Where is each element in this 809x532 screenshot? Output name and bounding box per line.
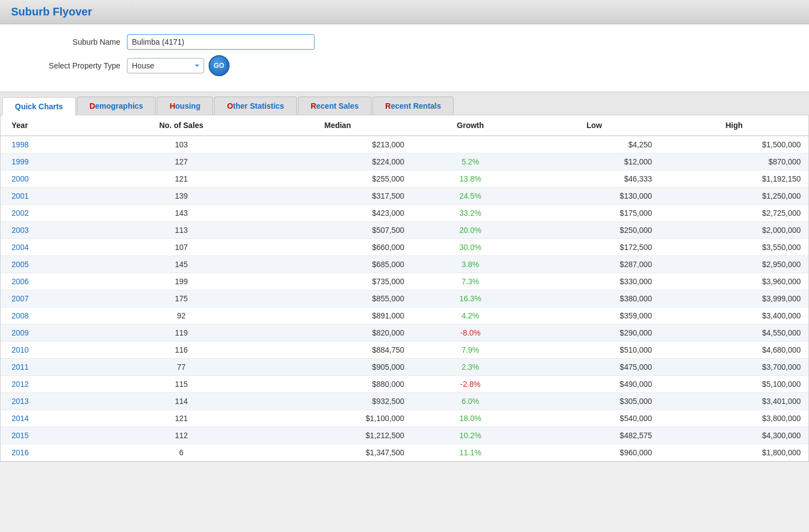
cell-year[interactable]: 2011 [1,359,99,376]
cell-growth: 5.2% [412,153,529,171]
cell-year[interactable]: 2014 [1,410,99,427]
cell-year[interactable]: 2013 [1,393,99,410]
table-row: 20166$1,347,50011.1%$960,000$1,800,000 [1,444,808,461]
tabs-container: Quick Charts Demographics Housing Other … [0,92,809,115]
property-type-select[interactable]: House Unit Land [127,58,204,73]
cell-growth [412,136,529,153]
cell-low: $12,000 [529,153,659,171]
cell-sales: 113 [99,222,263,239]
cell-year[interactable]: 2009 [1,324,99,342]
cell-year[interactable]: 2002 [1,205,99,222]
cell-low: $330,000 [529,273,659,290]
cell-high: $1,250,000 [660,188,809,205]
cell-sales: 143 [99,205,263,222]
table-row: 201177$905,0002.3%$475,000$3,700,000 [1,359,808,376]
cell-high: $1,500,000 [660,136,809,153]
cell-year[interactable]: 2001 [1,188,99,205]
tab-other-statistics[interactable]: Other Statistics [214,97,296,115]
cell-year[interactable]: 2007 [1,290,99,307]
tab-recent-sales[interactable]: Recent Sales [298,97,371,115]
table-row: 2000121$255,00013.8%$46,333$1,192,150 [1,171,808,188]
cell-year[interactable]: 2006 [1,273,99,290]
cell-high: $3,999,000 [660,290,809,307]
cell-median: $905,000 [263,359,412,376]
cell-sales: 6 [99,444,263,461]
cell-median: $932,500 [263,393,412,410]
cell-sales: 77 [99,359,263,376]
go-button[interactable]: GO [209,55,230,76]
data-table: Year No. of Sales Median Growth Low High… [1,115,808,461]
cell-growth: 24.5% [412,188,529,205]
cell-year[interactable]: 1998 [1,136,99,153]
col-median: Median [263,115,412,136]
cell-median: $855,000 [263,290,412,307]
table-row: 2005145$685,0003.8%$287,000$2,950,000 [1,256,808,273]
table-row: 2004107$660,00030.0%$172,500$3,550,000 [1,239,808,256]
cell-growth: -2.8% [412,376,529,393]
tab-recent-rentals[interactable]: Recent Rentals [372,97,454,115]
cell-median: $1,347,500 [263,444,412,461]
cell-growth: 7.3% [412,273,529,290]
cell-low: $380,000 [529,290,659,307]
app-container: Suburb Flyover Suburb Name Select Proper… [0,0,809,532]
cell-sales: 114 [99,393,263,410]
cell-high: $3,550,000 [660,239,809,256]
table-row: 2002143$423,00033.2%$175,000$2,725,000 [1,205,808,222]
cell-year[interactable]: 2005 [1,256,99,273]
cell-high: $2,000,000 [660,222,809,239]
cell-high: $3,800,000 [660,410,809,427]
cell-high: $3,401,000 [660,393,809,410]
tab-demographics[interactable]: Demographics [77,97,156,115]
suburb-name-row: Suburb Name [17,34,792,50]
cell-sales: 139 [99,188,263,205]
cell-year[interactable]: 2008 [1,307,99,324]
table-row: 200892$891,0004.2%$359,000$3,400,000 [1,307,808,324]
table-row: 2010116$884,7507.9%$510,000$4,680,000 [1,342,808,359]
col-sales: No. of Sales [99,115,263,136]
table-row: 2007175$855,00016.3%$380,000$3,999,000 [1,290,808,307]
cell-low: $510,000 [529,342,659,359]
cell-growth: 2.3% [412,359,529,376]
cell-high: $4,550,000 [660,324,809,342]
cell-low: $46,333 [529,171,659,188]
table-area: Year No. of Sales Median Growth Low High… [0,115,809,462]
tab-quick-charts[interactable]: Quick Charts [2,97,76,115]
tab-housing[interactable]: Housing [157,97,213,115]
cell-year[interactable]: 2012 [1,376,99,393]
cell-growth: 33.2% [412,205,529,222]
property-type-row: Select Property Type House Unit Land GO [17,55,792,76]
cell-growth: 20.0% [412,222,529,239]
table-row: 2006199$735,0007.3%$330,000$3,960,000 [1,273,808,290]
cell-low: $130,000 [529,188,659,205]
form-area: Suburb Name Select Property Type House U… [0,24,809,92]
cell-median: $423,000 [263,205,412,222]
cell-sales: 119 [99,324,263,342]
cell-high: $3,960,000 [660,273,809,290]
cell-year[interactable]: 2003 [1,222,99,239]
cell-low: $359,000 [529,307,659,324]
cell-high: $5,100,000 [660,376,809,393]
cell-median: $685,000 [263,256,412,273]
cell-low: $175,000 [529,205,659,222]
cell-year[interactable]: 2015 [1,427,99,444]
app-title: Suburb Flyover [11,6,92,18]
cell-sales: 121 [99,171,263,188]
cell-sales: 92 [99,307,263,324]
cell-growth: 11.1% [412,444,529,461]
cell-low: $540,000 [529,410,659,427]
cell-sales: 127 [99,153,263,171]
suburb-name-input[interactable] [127,34,315,50]
col-high: High [660,115,809,136]
property-type-wrap: House Unit Land GO [127,55,230,76]
cell-median: $224,000 [263,153,412,171]
cell-high: $2,950,000 [660,256,809,273]
cell-year[interactable]: 1999 [1,153,99,171]
suburb-name-label: Suburb Name [17,38,127,46]
property-type-label: Select Property Type [17,61,127,70]
cell-median: $880,000 [263,376,412,393]
cell-year[interactable]: 2010 [1,342,99,359]
cell-year[interactable]: 2004 [1,239,99,256]
cell-high: $870,000 [660,153,809,171]
cell-year[interactable]: 2000 [1,171,99,188]
cell-year[interactable]: 2016 [1,444,99,461]
